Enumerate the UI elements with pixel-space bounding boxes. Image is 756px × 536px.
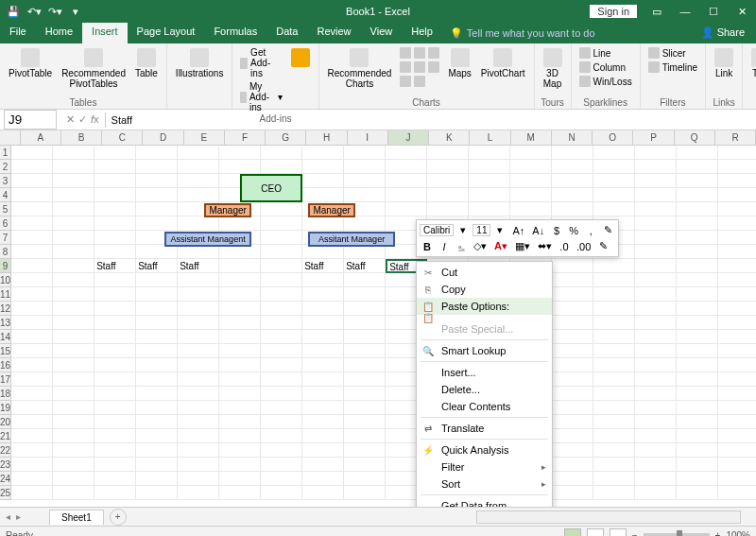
cell-D3[interactable] bbox=[136, 174, 178, 188]
tab-view[interactable]: View bbox=[361, 23, 403, 43]
ctx-quick-analysis[interactable]: ⚡Quick Analysis bbox=[417, 441, 552, 458]
cell-A11[interactable] bbox=[11, 287, 53, 302]
cell-B5[interactable] bbox=[53, 202, 94, 216]
cell-A23[interactable] bbox=[11, 458, 53, 472]
cell-E8[interactable] bbox=[178, 245, 219, 259]
cell-K2[interactable] bbox=[427, 160, 469, 174]
column-header-O[interactable]: O bbox=[593, 130, 633, 146]
column-header-I[interactable]: I bbox=[348, 130, 388, 146]
cell-N11[interactable] bbox=[552, 287, 593, 302]
cell-G18[interactable] bbox=[261, 387, 302, 401]
tab-data[interactable]: Data bbox=[266, 23, 307, 43]
column-header-N[interactable]: N bbox=[552, 130, 593, 146]
cell-N16[interactable] bbox=[552, 358, 593, 372]
cell-E10[interactable] bbox=[178, 273, 219, 287]
cell-A15[interactable] bbox=[11, 344, 53, 358]
cell-C5[interactable] bbox=[94, 202, 136, 216]
cell-P25[interactable] bbox=[635, 486, 677, 500]
tab-file[interactable]: File bbox=[0, 23, 36, 43]
cell-B14[interactable] bbox=[53, 330, 94, 344]
font-family-select[interactable]: Calibri bbox=[420, 224, 454, 236]
cell-O19[interactable] bbox=[593, 401, 635, 415]
cell-C17[interactable] bbox=[94, 372, 136, 387]
merge-center-icon[interactable]: ⬌▾ bbox=[535, 239, 555, 253]
cell-B15[interactable] bbox=[53, 344, 94, 358]
cell-B7[interactable] bbox=[53, 231, 94, 245]
cell-G13[interactable] bbox=[261, 316, 302, 330]
cell-P13[interactable] bbox=[635, 316, 677, 330]
cell-G22[interactable] bbox=[261, 443, 302, 458]
cell-O25[interactable] bbox=[593, 486, 635, 500]
my-addins-button[interactable]: My Add-ins ▾ bbox=[238, 80, 284, 113]
cell-E20[interactable] bbox=[178, 415, 219, 429]
cell-G5[interactable] bbox=[261, 202, 302, 216]
cell-O3[interactable] bbox=[593, 174, 635, 188]
cell-D2[interactable] bbox=[136, 160, 178, 174]
cell-B9[interactable] bbox=[53, 259, 94, 273]
tab-page-layout[interactable]: Page Layout bbox=[128, 23, 205, 43]
cell-P9[interactable] bbox=[635, 259, 677, 273]
cell-R8[interactable] bbox=[718, 245, 756, 259]
cell-I12[interactable] bbox=[344, 302, 386, 316]
cell-N14[interactable] bbox=[552, 330, 593, 344]
cell-I4[interactable] bbox=[344, 188, 386, 202]
cell-R16[interactable] bbox=[718, 358, 756, 372]
cell-A10[interactable] bbox=[11, 273, 53, 287]
font-family-dropdown-icon[interactable]: ▾ bbox=[455, 223, 471, 237]
cell-E9[interactable]: Staff bbox=[178, 259, 219, 273]
column-header-K[interactable]: K bbox=[429, 130, 470, 146]
pivotchart-button[interactable]: PivotChart bbox=[478, 46, 528, 80]
cell-Q14[interactable] bbox=[677, 330, 718, 344]
cell-P19[interactable] bbox=[635, 401, 677, 415]
cell-B4[interactable] bbox=[53, 188, 94, 202]
cell-Q7[interactable] bbox=[677, 231, 718, 245]
cell-I22[interactable] bbox=[344, 443, 386, 458]
cell-N1[interactable] bbox=[552, 146, 593, 160]
cell-B16[interactable] bbox=[53, 358, 94, 372]
cell-P23[interactable] bbox=[635, 458, 677, 472]
cell-O20[interactable] bbox=[593, 415, 635, 429]
column-header-A[interactable]: A bbox=[21, 130, 61, 146]
formula-input[interactable]: Staff bbox=[105, 112, 756, 128]
cell-G16[interactable] bbox=[261, 358, 302, 372]
sparkline-winloss-button[interactable]: Win/Loss bbox=[577, 75, 634, 88]
cell-H3[interactable] bbox=[302, 174, 344, 188]
cell-C12[interactable] bbox=[94, 302, 136, 316]
cell-H9[interactable]: Staff bbox=[302, 259, 344, 273]
cell-R1[interactable] bbox=[718, 146, 756, 160]
cell-I1[interactable] bbox=[344, 146, 386, 160]
cell-A3[interactable] bbox=[11, 174, 53, 188]
cell-R7[interactable] bbox=[718, 231, 756, 245]
cell-D6[interactable] bbox=[136, 216, 178, 231]
cell-R19[interactable] bbox=[718, 401, 756, 415]
ctx-sort[interactable]: Sort▸ bbox=[417, 475, 552, 493]
cell-H1[interactable] bbox=[302, 146, 344, 160]
cell-H19[interactable] bbox=[302, 401, 344, 415]
decrease-font-icon[interactable]: A↓ bbox=[529, 224, 547, 237]
cell-B21[interactable] bbox=[53, 429, 94, 443]
cell-N13[interactable] bbox=[552, 316, 593, 330]
cell-I23[interactable] bbox=[344, 458, 386, 472]
cell-B24[interactable] bbox=[53, 472, 94, 486]
cell-E16[interactable] bbox=[178, 358, 219, 372]
cell-I3[interactable] bbox=[344, 174, 386, 188]
cell-R17[interactable] bbox=[718, 372, 756, 387]
cell-Q3[interactable] bbox=[677, 174, 718, 188]
row-header-19[interactable]: 19 bbox=[0, 401, 11, 415]
cell-F16[interactable] bbox=[219, 358, 261, 372]
cell-E25[interactable] bbox=[178, 486, 219, 500]
cell-H11[interactable] bbox=[302, 287, 344, 302]
cell-G19[interactable] bbox=[261, 401, 302, 415]
assistant-manager-cell-2[interactable]: Assitant Manager bbox=[308, 232, 395, 247]
cell-G1[interactable] bbox=[261, 146, 302, 160]
cell-H22[interactable] bbox=[302, 443, 344, 458]
increase-font-icon[interactable]: A↑ bbox=[509, 224, 527, 237]
row-header-1[interactable]: 1 bbox=[0, 146, 11, 160]
column-header-B[interactable]: B bbox=[61, 130, 102, 146]
cell-A4[interactable] bbox=[11, 188, 53, 202]
cell-I13[interactable] bbox=[344, 316, 386, 330]
cell-F12[interactable] bbox=[219, 302, 261, 316]
cell-R20[interactable] bbox=[718, 415, 756, 429]
cell-B25[interactable] bbox=[53, 486, 94, 500]
undo-icon[interactable]: ↶▾ bbox=[26, 4, 42, 19]
